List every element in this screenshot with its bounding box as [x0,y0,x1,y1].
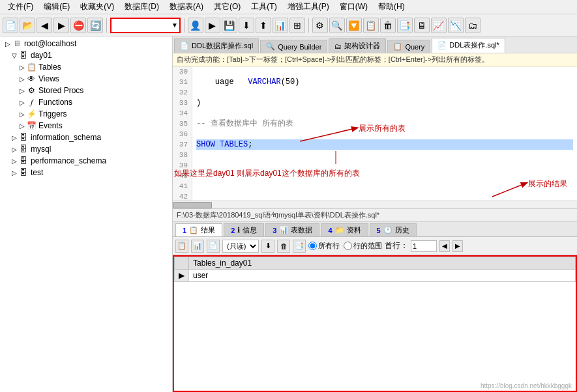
nav-next[interactable]: ▶ [452,240,463,252]
result-radio-allrows-label[interactable]: 所有行 [308,241,340,251]
tab-ddl-table[interactable]: 📄 DDL表操作.sql* [432,38,505,53]
result-btn-2[interactable]: 📊 [191,240,204,253]
result-btn-export[interactable]: ⬇ [261,240,274,253]
sidebar-db-mysql[interactable]: ▷ 🗄 mysql [3,143,170,155]
toolbar-table-view[interactable]: 📊 [273,18,288,33]
sidebar-db-day01[interactable]: ▽ 🗄 day01 [3,49,170,61]
toolbar-grid[interactable]: ⊞ [289,18,305,33]
sidebar-item-tables[interactable]: ▷ 📋 Tables [3,61,170,73]
toolbar-save[interactable]: 💾 [222,18,237,33]
menu-window[interactable]: 窗口(W) [334,0,373,14]
toolbar-extra1[interactable]: 📋 [363,18,379,33]
toolbar-run[interactable]: ▶ [205,18,220,33]
tab-ddl-db[interactable]: 📄 DDL数据库操作.sql [174,38,259,53]
toolbar-user[interactable]: 👤 [188,18,203,33]
toolbar-extra5[interactable]: 📈 [431,18,447,33]
toggle-tables[interactable]: ▷ [18,64,26,71]
db-icon-test: 🗄 [18,167,29,178]
code-lines: 30 31 32 33 34 35 36 37 38 39 40 41 42 4… [173,66,577,201]
menu-help[interactable]: 帮助(H) [373,0,410,14]
toolbar-extra6[interactable]: 📉 [448,18,464,33]
result-btn-1[interactable]: 📋 [175,240,188,253]
sidebar-item-functions[interactable]: ▷ 𝑓 Functions [3,96,170,108]
toggle-info-schema[interactable]: ▷ [10,134,18,141]
sidebar-item-events[interactable]: ▷ 📅 Events [3,120,170,132]
toolbar-extra4[interactable]: 🖥 [414,18,430,33]
toolbar-filter[interactable]: 🔽 [346,18,362,33]
result-table-row[interactable]: ▶ user [175,270,576,282]
scrollbar-thumb-h[interactable] [173,202,212,208]
toggle-perf-schema[interactable]: ▷ [10,158,18,165]
tab-schema-designer[interactable]: 🗂 架构设计器 [329,38,386,53]
nav-prev[interactable]: ◀ [439,240,450,252]
result-radio-range-label[interactable]: 行的范围 [344,241,382,251]
toggle-test[interactable]: ▷ [10,169,18,176]
sidebar-db-info-schema[interactable]: ▷ 🗄 information_schema [3,132,170,143]
bottom-tab-tabledata[interactable]: 3 📊 表数据 [265,223,319,236]
toolbar: 📄 📂 ◀ ▶ ⛔ 🔄 day01 ▼ 👤 ▶ 💾 ⬇ ⬆ 📊 ⊞ ⚙ 🔍 🔽 … [0,14,577,36]
toggle-day01[interactable]: ▽ [10,52,18,59]
bottom-tab-history[interactable]: 5 🕐 历史 [370,223,417,236]
bottom-tab-info-icon: ℹ [237,226,240,234]
code-content[interactable]: uage VARCHAR(50) ) -- 查看数据库中 所有的表 SHOW T… [192,66,577,201]
menu-table[interactable]: 数据表(A) [164,0,209,14]
toolbar-export[interactable]: ⬆ [256,18,271,33]
result-btn-copy[interactable]: 📑 [293,240,306,253]
toggle-server[interactable]: ▷ [4,40,12,48]
toolbar-open[interactable]: 📂 [20,18,35,33]
toolbar-extra2[interactable]: 🗑 [380,18,396,33]
bottom-tab-profile[interactable]: 4 📁 资料 [321,223,368,236]
bottom-tab-info-label: 信息 [243,225,257,235]
sidebar-db-test[interactable]: ▷ 🗄 test [3,167,170,178]
bottom-tab-info[interactable]: 2 ℹ 信息 [224,223,264,236]
toolbar-extra7[interactable]: 🗂 [465,18,481,33]
code-editor[interactable]: 30 31 32 33 34 35 36 37 38 39 40 41 42 4… [173,66,577,201]
sidebar-item-triggers[interactable]: ▷ ⚡ Triggers [3,108,170,120]
tab-query[interactable]: 📋 Query [387,40,430,53]
result-radio-group: 所有行 行的范围 [308,241,382,251]
sidebar-db-perf-schema[interactable]: ▷ 🗄 performance_schema [3,155,170,167]
menu-enhanced[interactable]: 增强工具(P) [282,0,334,14]
toolbar-stop[interactable]: ⛔ [70,18,86,33]
result-mode-select[interactable]: (只读) [222,240,259,253]
toolbar-import[interactable]: ⬇ [239,18,254,33]
tab-query-builder[interactable]: 🔍 Query Builder [260,40,327,53]
toolbar-sep1 [106,18,107,33]
sidebar-item-views[interactable]: ▷ 👁 Views [3,73,170,85]
tab-ddl-t-label: DDL表操作.sql* [449,40,499,50]
result-btn-delete[interactable]: 🗑 [277,240,290,253]
toggle-events[interactable]: ▷ [18,122,26,130]
result-radio-range[interactable] [344,242,352,250]
toolbar-refresh[interactable]: 🔄 [87,18,103,33]
toggle-mysql[interactable]: ▷ [10,146,18,153]
menu-edit[interactable]: 编辑(E) [38,0,75,14]
toolbar-forward[interactable]: ▶ [53,18,69,33]
toolbar-search[interactable]: 🔍 [329,18,345,33]
result-radio-allrows[interactable] [308,242,317,250]
sidebar-root-server[interactable]: ▷ 🖥 root@localhost [3,38,170,49]
toggle-functions[interactable]: ▷ [18,99,26,106]
result-allrows-text: 所有行 [318,241,340,251]
menu-file[interactable]: 文件(F) [3,0,38,14]
firstrow-input[interactable] [411,240,437,252]
menu-tools[interactable]: 工具(T) [246,0,282,14]
horizontal-scrollbar[interactable] [173,201,577,208]
menu-database[interactable]: 数据库(D) [119,0,164,14]
result-area[interactable]: Tables_in_day01 ▶ user [173,255,577,392]
toolbar-settings[interactable]: ⚙ [312,18,328,33]
menu-other[interactable]: 其它(O) [209,0,246,14]
tab-qb-label: Query Builder [278,43,321,51]
toggle-views[interactable]: ▷ [18,76,26,83]
db-selector[interactable]: day01 ▼ [110,18,181,33]
toggle-triggers[interactable]: ▷ [18,111,26,118]
bottom-tab-result[interactable]: 1 📋 结果 [175,223,222,236]
toggle-stored-procs[interactable]: ▷ [18,87,26,94]
toolbar-back[interactable]: ◀ [37,18,52,33]
editor-wrapper: 30 31 32 33 34 35 36 37 38 39 40 41 42 4… [173,66,577,392]
db-input[interactable]: day01 [111,21,170,30]
sidebar-item-stored-procs[interactable]: ▷ ⚙ Stored Procs [3,85,170,96]
toolbar-extra3[interactable]: 📑 [397,18,413,33]
menu-favorites[interactable]: 收藏夹(V) [75,0,119,14]
toolbar-new[interactable]: 📄 [3,18,18,33]
result-btn-3[interactable]: 📄 [207,240,220,253]
